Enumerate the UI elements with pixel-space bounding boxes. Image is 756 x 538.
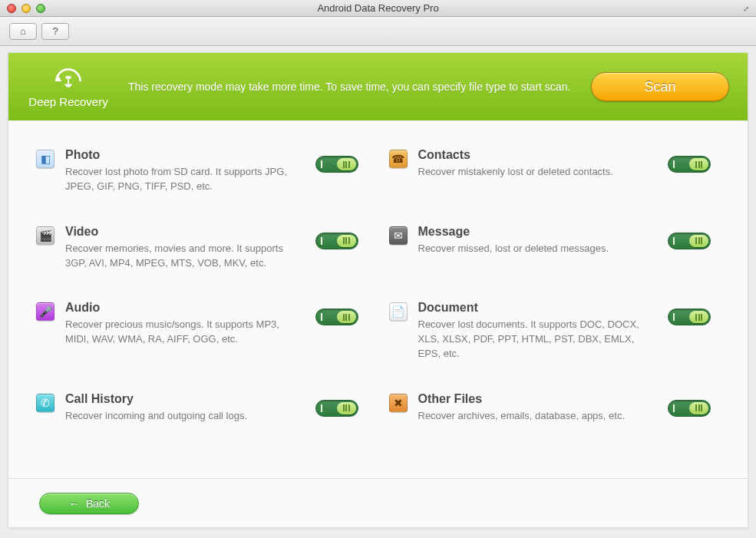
category-body: Call HistoryRecover incoming and outgoin…: [65, 392, 305, 424]
window-title: Android Data Recovery Pro: [0, 2, 756, 14]
audio-icon: 🎤: [36, 302, 54, 321]
help-icon: ?: [52, 25, 58, 37]
banner: Deep Recovery This recovery mode may tak…: [8, 53, 748, 120]
category-description: Recover missed, lost or deleted messages…: [418, 242, 650, 256]
category-body: ContactsRecover mistakenly lost or delet…: [418, 148, 658, 180]
category-title: Contacts: [418, 148, 650, 162]
category-description: Recover incoming and outgoing call logs.: [65, 409, 297, 424]
toggle-audio[interactable]: [315, 309, 358, 325]
category-title: Other Files: [418, 392, 650, 406]
category-description: Recover mistakenly lost or deleted conta…: [418, 165, 650, 180]
category-video: 🎬VideoRecover memories, movies and more.…: [36, 225, 358, 271]
category-audio: 🎤AudioRecover precious music/songs. It s…: [36, 301, 358, 361]
category-callhistory: ✆Call HistoryRecover incoming and outgoi…: [36, 392, 358, 424]
toggle-knob: [689, 402, 708, 414]
category-body: DocumentRecover lost documents. It suppo…: [418, 301, 658, 361]
category-body: VideoRecover memories, movies and more. …: [65, 225, 305, 271]
help-button[interactable]: ?: [41, 23, 69, 40]
category-grid: ◧PhotoRecover lost photo from SD card. I…: [8, 120, 748, 478]
message-icon: ✉: [389, 226, 408, 245]
scan-button[interactable]: Scan: [591, 72, 729, 101]
category-body: MessageRecover missed, lost or deleted m…: [418, 225, 658, 256]
category-description: Recover memories, movies and more. It su…: [65, 242, 297, 271]
toggle-message[interactable]: [668, 233, 711, 249]
category-message: ✉MessageRecover missed, lost or deleted …: [389, 225, 711, 271]
back-arrow-icon: ←: [68, 497, 80, 510]
back-button-label: Back: [86, 497, 110, 510]
toggle-knob: [337, 311, 356, 323]
category-title: Video: [65, 225, 297, 239]
deep-recovery-badge: Deep Recovery: [15, 66, 122, 108]
titlebar: Android Data Recovery Pro ⤢: [0, 0, 756, 17]
toggle-knob: [689, 311, 708, 323]
document-icon: 📄: [389, 302, 408, 321]
category-description: Recover lost photo from SD card. It supp…: [65, 165, 297, 194]
category-other: ✖Other FilesRecover archives, emails, da…: [389, 392, 711, 424]
toggle-knob: [689, 158, 708, 170]
category-photo: ◧PhotoRecover lost photo from SD card. I…: [36, 148, 358, 194]
banner-message: This recovery mode may take more time. T…: [122, 81, 591, 93]
contacts-icon: ☎: [389, 150, 408, 168]
toggle-callhistory[interactable]: [315, 400, 358, 417]
video-icon: 🎬: [36, 226, 54, 245]
category-description: Recover archives, emails, database, apps…: [418, 409, 650, 424]
category-title: Document: [418, 301, 650, 315]
toggle-knob: [337, 235, 356, 247]
deep-recovery-icon: [48, 66, 88, 97]
category-title: Audio: [65, 301, 297, 315]
photo-icon: ◧: [36, 150, 54, 168]
toggle-knob: [689, 235, 708, 247]
category-document: 📄DocumentRecover lost documents. It supp…: [389, 301, 711, 361]
category-title: Photo: [65, 148, 297, 162]
main-panel: Deep Recovery This recovery mode may tak…: [8, 52, 748, 528]
toggle-knob: [337, 402, 356, 414]
home-icon: ⌂: [20, 25, 26, 37]
toggle-knob: [337, 158, 356, 170]
toggle-document[interactable]: [668, 309, 711, 325]
category-description: Recover precious music/songs. It support…: [65, 318, 297, 347]
toggle-photo[interactable]: [315, 156, 358, 173]
category-title: Message: [418, 225, 650, 239]
category-contacts: ☎ContactsRecover mistakenly lost or dele…: [389, 148, 711, 194]
toggle-other[interactable]: [668, 400, 711, 417]
toggle-video[interactable]: [315, 233, 358, 249]
fullscreen-icon[interactable]: ⤢: [741, 3, 751, 14]
category-body: Other FilesRecover archives, emails, dat…: [418, 392, 658, 424]
call-history-icon: ✆: [36, 394, 54, 412]
toolbar: ⌂ ?: [0, 17, 756, 46]
category-description: Recover lost documents. It supports DOC,…: [418, 318, 650, 361]
deep-recovery-label: Deep Recovery: [28, 95, 107, 108]
other-files-icon: ✖: [389, 394, 408, 412]
toggle-contacts[interactable]: [668, 156, 711, 173]
back-button[interactable]: ← Back: [39, 493, 139, 514]
category-body: AudioRecover precious music/songs. It su…: [65, 301, 305, 347]
footer: ← Back: [8, 478, 748, 527]
category-title: Call History: [65, 392, 297, 406]
svg-rect-1: [68, 78, 69, 84]
svg-rect-0: [66, 76, 71, 78]
scan-button-label: Scan: [644, 79, 675, 95]
home-button[interactable]: ⌂: [9, 23, 37, 40]
category-body: PhotoRecover lost photo from SD card. It…: [65, 148, 305, 194]
